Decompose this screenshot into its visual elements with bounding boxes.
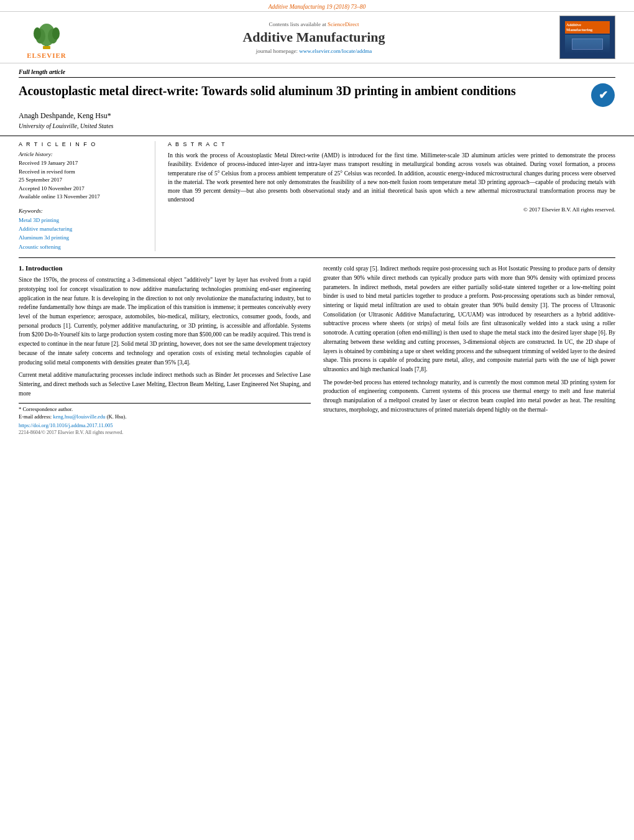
affiliation-line: University of Louisville, United States [19, 122, 615, 129]
article-section: Full length article Acoustoplastic metal… [0, 63, 634, 129]
received2: Received in revised form [19, 168, 142, 177]
page: Additive Manufacturing 19 (2018) 73–80 E… [0, 0, 634, 840]
intro-para2: Current metal additive manufacturing pro… [19, 371, 311, 398]
keyword-1: Metal 3D printing [19, 216, 142, 224]
history-title: Article history: [19, 151, 142, 157]
abstract-col: A B S T R A C T In this work the process… [155, 141, 615, 251]
received2b: 25 September 2017 [19, 176, 142, 185]
right-para2: The powder-bed process has entered techn… [323, 378, 615, 415]
header-center: Contents lists available at ScienceDirec… [81, 21, 547, 54]
footnote-star-text: * Correspondence author. [19, 406, 73, 412]
keyword-3: Aluminum 3d printing [19, 233, 142, 242]
contents-line: Contents lists available at ScienceDirec… [269, 21, 359, 27]
introduction-heading: 1. Introduction [19, 264, 311, 272]
doi-line: https://doi.org/10.1016/j.addma.2017.11.… [19, 422, 311, 428]
journal-citation: Additive Manufacturing 19 (2018) 73–80 [269, 4, 366, 10]
journal-title: Additive Manufacturing [242, 29, 385, 45]
main-left-column: 1. Introduction Since the 1970s, the pro… [19, 264, 311, 435]
article-title: Acoustoplastic metal direct-write: Towar… [19, 83, 584, 99]
article-title-row: Acoustoplastic metal direct-write: Towar… [19, 83, 615, 108]
abstract-label: A B S T R A C T [168, 141, 615, 147]
contents-label: Contents lists available at [269, 21, 326, 27]
authors-line: Anagh Deshpande, Keng Hsu* [19, 111, 615, 121]
homepage-label: journal homepage: [256, 48, 299, 54]
main-right-column: recently cold spray [5]. Indirect method… [323, 264, 615, 435]
keywords-block: Keywords: Metal 3D printing Additive man… [19, 208, 142, 252]
keyword-4: Acoustic softening [19, 242, 142, 251]
svg-point-4 [34, 27, 41, 40]
header-right: AdditiveManufacturing [547, 16, 615, 59]
two-col-section: A R T I C L E I N F O Article history: R… [0, 136, 634, 251]
keywords-title: Keywords: [19, 208, 142, 214]
intro-para1: Since the 1970s, the process of construc… [19, 275, 311, 367]
keyword-2: Additive manufacturing [19, 224, 142, 233]
email-label: E-mail address: [19, 413, 53, 420]
accepted: Accepted 10 November 2017 [19, 185, 142, 193]
abstract-copyright: © 2017 Elsevier B.V. All rights reserved… [168, 206, 615, 213]
elsevier-logo: ELSEVIER [12, 16, 81, 59]
article-info-col: A R T I C L E I N F O Article history: R… [19, 141, 155, 251]
header-left: ELSEVIER [12, 16, 81, 59]
homepage-line: journal homepage: www.elsevier.com/locat… [256, 48, 372, 54]
email-suffix: (K. Hsu). [106, 413, 127, 420]
crossmark-icon: ✔ [591, 83, 615, 107]
article-type: Full length article [19, 68, 615, 78]
journal-cover-inner: AdditiveManufacturing [560, 16, 615, 58]
footnote-email: E-mail address: keng.hsu@louisville.edu … [19, 413, 311, 421]
received1: Received 19 January 2017 [19, 159, 142, 168]
elsevier-tree-icon [28, 16, 65, 50]
available-online: Available online 13 November 2017 [19, 193, 142, 201]
sciencedirect-link[interactable]: ScienceDirect [328, 21, 359, 27]
crossmark-logo: ✔ [590, 83, 615, 108]
main-content: 1. Introduction Since the 1970s, the pro… [0, 258, 634, 441]
header-area: ELSEVIER Contents lists available at Sci… [0, 11, 634, 63]
svg-rect-6 [43, 46, 50, 49]
cover-title: AdditiveManufacturing [566, 22, 609, 32]
svg-point-5 [52, 27, 60, 40]
journal-cover: AdditiveManufacturing [559, 16, 615, 59]
homepage-url[interactable]: www.elsevier.com/locate/addma [299, 48, 372, 54]
issn-line: 2214-8604/© 2017 Elsevier B.V. All right… [19, 430, 311, 435]
journal-top-bar: Additive Manufacturing 19 (2018) 73–80 [0, 0, 634, 11]
article-info-label: A R T I C L E I N F O [19, 141, 142, 147]
right-para1: recently cold spray [5]. Indirect method… [323, 264, 615, 374]
footnote-area: * Correspondence author. E-mail address:… [19, 403, 311, 435]
email-link[interactable]: keng.hsu@louisville.edu [53, 413, 105, 420]
authors-text: Anagh Deshpande, Keng Hsu* [19, 111, 111, 120]
elsevier-wordmark: ELSEVIER [27, 52, 67, 59]
doi-link[interactable]: https://doi.org/10.1016/j.addma.2017.11.… [19, 422, 113, 428]
article-history-block: Article history: Received 19 January 201… [19, 151, 142, 201]
footnote-star: * Correspondence author. [19, 406, 311, 413]
abstract-text: In this work the process of Acoustoplast… [168, 151, 615, 205]
